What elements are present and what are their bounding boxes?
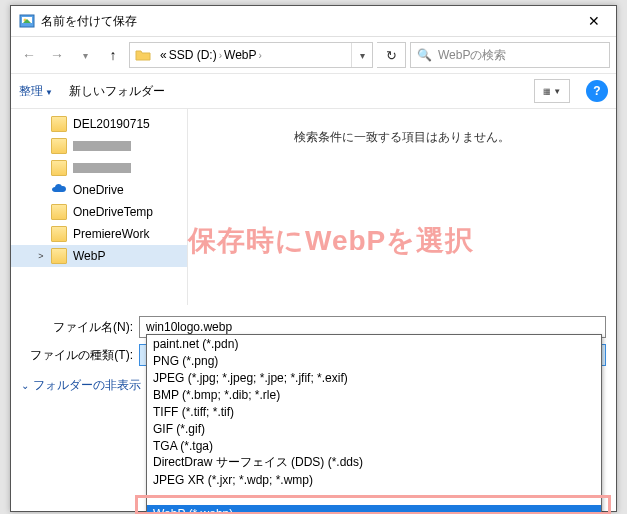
filetype-option[interactable]: JPEG XR (*.jxr; *.wdp; *.wmp) [147, 471, 601, 488]
close-button[interactable]: ✕ [572, 6, 616, 36]
filetype-option[interactable]: DirectDraw サーフェイス (DDS) (*.dds) [147, 454, 601, 471]
nav-back-button[interactable]: ← [17, 43, 41, 67]
toolbar: 整理▼ 新しいフォルダー ▦ ▼ ? [11, 74, 616, 109]
app-icon [19, 13, 35, 29]
titlebar: 名前を付けて保存 ✕ [11, 6, 616, 37]
filename-label: ファイル名(N): [21, 319, 133, 336]
filetype-option[interactable]: paint.net (*.pdn) [147, 335, 601, 352]
filetype-option[interactable]: GIF (*.gif) [147, 420, 601, 437]
tree-item[interactable]: OneDrive [11, 179, 187, 201]
crumb-drive[interactable]: SSD (D:)› [169, 48, 222, 62]
filetype-option[interactable]: TGA (*.tga) [147, 437, 601, 454]
tree-item[interactable]: PremiereWork [11, 223, 187, 245]
nav-recent-button[interactable]: ▾ [73, 43, 97, 67]
filetype-option[interactable]: PNG (*.png) [147, 352, 601, 369]
search-input[interactable]: 🔍 WebPの検索 [410, 42, 610, 68]
folder-icon [51, 226, 67, 242]
breadcrumb[interactable]: « SSD (D:)› WebP› ▾ [129, 42, 373, 68]
folder-icon [51, 248, 67, 264]
organize-button[interactable]: 整理▼ [19, 83, 53, 100]
nav-forward-button: → [45, 43, 69, 67]
filetype-dropdown[interactable]: paint.net (*.pdn)PNG (*.png)JPEG (*.jpg;… [146, 334, 602, 514]
window-title: 名前を付けて保存 [41, 13, 572, 30]
search-placeholder: WebPの検索 [438, 47, 506, 64]
annotation-text: 保存時にWebPを選択 [188, 222, 474, 260]
filetype-option[interactable]: WebP (*.webp) [147, 505, 601, 514]
crumb-pre: « [160, 48, 167, 62]
nav-up-button[interactable]: ↑ [101, 43, 125, 67]
file-list-pane: 検索条件に一致する項目はありません。 [187, 109, 616, 305]
refresh-button[interactable]: ↻ [377, 42, 406, 68]
help-button[interactable]: ? [586, 80, 608, 102]
crumb-folder[interactable]: WebP› [224, 48, 262, 62]
search-icon: 🔍 [417, 48, 432, 62]
folder-icon [51, 116, 67, 132]
tree-item[interactable]: OneDriveTemp [11, 201, 187, 223]
filetype-option[interactable]: BMP (*.bmp; *.dib; *.rle) [147, 386, 601, 403]
empty-message: 検索条件に一致する項目はありません。 [294, 129, 510, 146]
breadcrumb-dropdown[interactable]: ▾ [351, 43, 372, 67]
filetype-option[interactable]: TIFF (*.tiff; *.tif) [147, 403, 601, 420]
filetype-label: ファイルの種類(T): [21, 347, 133, 364]
address-bar: ← → ▾ ↑ « SSD (D:)› WebP› ▾ ↻ 🔍 WebPの検索 [11, 37, 616, 74]
view-options-button[interactable]: ▦ ▼ [534, 79, 570, 103]
folder-icon [130, 43, 156, 67]
tree-item[interactable]: DEL20190715 [11, 113, 187, 135]
onedrive-icon [51, 181, 67, 200]
folder-icon [51, 204, 67, 220]
tree-item[interactable] [11, 157, 187, 179]
new-folder-button[interactable]: 新しいフォルダー [69, 83, 165, 100]
filetype-option[interactable] [147, 488, 601, 505]
filetype-option[interactable]: JPEG (*.jpg; *.jpeg; *.jpe; *.jfif; *.ex… [147, 369, 601, 386]
tree-item[interactable]: >WebP [11, 245, 187, 267]
tree-item[interactable] [11, 135, 187, 157]
hide-folders-toggle[interactable]: ⌄フォルダーの非表示 [21, 377, 141, 394]
folder-tree[interactable]: DEL20190715OneDriveOneDriveTempPremiereW… [11, 109, 187, 305]
